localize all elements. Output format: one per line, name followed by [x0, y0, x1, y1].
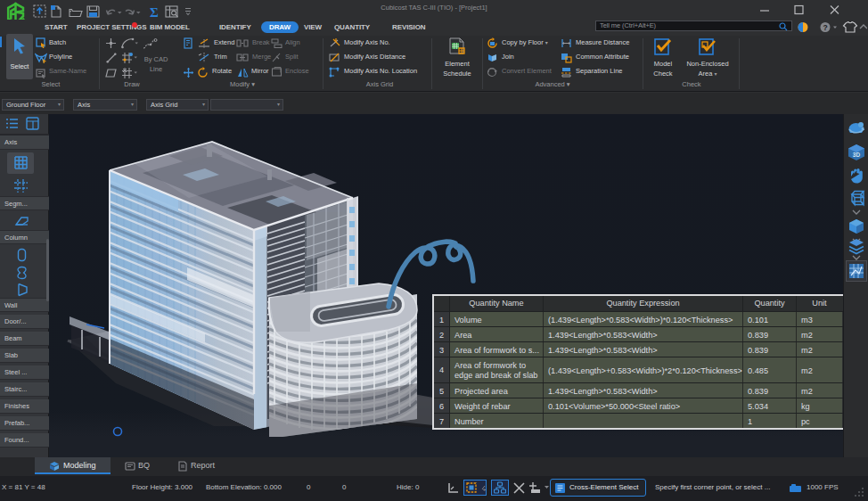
svg-text:?: ? [823, 23, 827, 32]
svg-text:3D: 3D [853, 152, 861, 158]
